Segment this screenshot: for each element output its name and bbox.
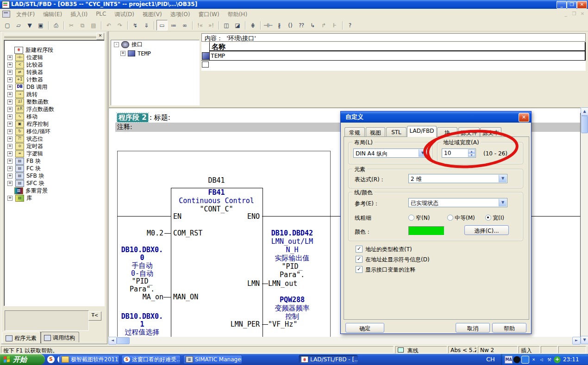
expand-toggle[interactable]: + <box>7 92 13 97</box>
menu-window[interactable]: 窗口(W) <box>194 9 223 19</box>
expand-toggle[interactable]: + <box>7 129 13 134</box>
tree-item-status-bits[interactable]: + ?! 状态位 <box>4 135 104 142</box>
spinner-buttons[interactable]: ▲ ▼ <box>468 149 475 157</box>
operand-address[interactable]: 0 <box>119 254 165 261</box>
network-title[interactable]: : 标题: <box>150 113 170 122</box>
tree-item-timers[interactable]: + ⊙ 定时器 <box>4 142 104 150</box>
menu-debug[interactable]: 调试(D) <box>110 9 138 19</box>
instance-db-label[interactable]: DB41 <box>171 177 262 184</box>
tab-call-structure[interactable]: 调用结构 <box>41 332 79 342</box>
tab-ladfbd[interactable]: LAD/FBD <box>407 126 437 137</box>
expand-toggle[interactable]: + <box>7 151 13 156</box>
checkbox-type-check[interactable]: ✓ <box>356 246 363 253</box>
expand-toggle[interactable]: + <box>7 107 13 112</box>
spin-down-icon[interactable]: ▼ <box>468 153 475 157</box>
radio-narrow[interactable] <box>408 215 414 221</box>
tree-item-libraries[interactable]: + ▤ 库 <box>4 194 104 202</box>
operand-address[interactable]: DB10.DBX0. <box>119 246 165 254</box>
pin-man-on[interactable]: MAN_ON <box>173 293 198 301</box>
new-network-icon[interactable]: ⋕ <box>248 20 258 30</box>
tree-item-sfb-blocks[interactable]: + ▤ SFB 块 <box>4 172 104 179</box>
cancel-button[interactable]: 取消 <box>456 323 490 333</box>
tree-item-shift-rotate[interactable]: + ↻ 移位/循环 <box>4 128 104 135</box>
next-network-icon[interactable]: »! <box>206 20 216 30</box>
ok-button[interactable]: 确定 <box>345 323 384 333</box>
operand-com-rst[interactable]: M0.2 <box>130 229 163 237</box>
menu-file[interactable]: 文件(F) <box>12 9 39 19</box>
tree-item-move[interactable]: + ∿ 移动 <box>4 113 104 120</box>
tools-icon[interactable]: ⚒ <box>546 356 553 363</box>
tree-item-fc-blocks[interactable]: + ▤ FC 块 <box>4 165 104 172</box>
expand-toggle[interactable]: + <box>7 122 13 127</box>
contact-nc-icon[interactable]: ∦ <box>274 20 284 30</box>
expand-toggle[interactable]: + <box>7 136 13 142</box>
undo-icon[interactable]: ↶ <box>104 20 114 30</box>
monitor-icon[interactable]: ∞ <box>180 20 190 30</box>
tree-item-jump[interactable]: + → 跳转 <box>4 91 104 98</box>
overview-window-icon[interactable]: ◫ <box>221 20 231 30</box>
help-button[interactable]: 帮助 <box>492 323 526 333</box>
print-icon[interactable]: ⎙ <box>51 20 61 30</box>
license-manager-icon[interactable]: MA <box>505 356 513 364</box>
tree-item-word-logic[interactable]: + ≡ 字逻辑 <box>4 150 104 157</box>
empty-box-icon[interactable]: ⁇ <box>296 20 307 30</box>
tree-item-multi-instance[interactable]: ▥ 多重背景 <box>4 187 104 194</box>
tab-program-elements[interactable]: 程序元素 <box>2 332 41 343</box>
tab-source-files[interactable]: 源文件 <box>458 127 480 136</box>
scroll-up-icon[interactable]: ▲ <box>581 107 588 116</box>
pin-lmn-per[interactable]: LMN_PER <box>213 321 260 328</box>
vertical-scrollbar[interactable]: ▲ ▼ <box>581 107 588 344</box>
network-number-badge[interactable]: 程序段 2 <box>117 113 148 122</box>
contact-no-icon[interactable]: ⊣⊢ <box>263 20 273 30</box>
tab-block[interactable]: 块 <box>437 127 457 136</box>
redo-icon[interactable]: ↷ <box>115 20 125 30</box>
dialog-title-bar[interactable]: 自定义 <box>341 111 531 123</box>
taskbar-item-browser[interactable]: S 这窗口看的好难受... <box>121 355 181 364</box>
hscroll-thumb[interactable] <box>117 337 130 344</box>
save-icon[interactable]: ▣ <box>36 20 46 30</box>
download-icon[interactable]: ⇓ <box>141 20 151 30</box>
dropdown-arrow-icon[interactable]: ▼ <box>499 199 507 206</box>
collapse-toggle[interactable]: - <box>114 42 119 47</box>
tree-item-sfc-blocks[interactable]: + ▤ SFC 块 <box>4 179 104 187</box>
tree-item-new-network[interactable]: ⋕ 新建程序段 <box>4 46 104 54</box>
expression-select[interactable]: 2 维 ▼ <box>408 174 507 183</box>
choose-color-button[interactable]: 选择(C)... <box>464 225 509 235</box>
vscroll-thumb[interactable] <box>581 116 588 133</box>
tree-item-program-control[interactable]: + ▣ 程序控制 <box>4 120 104 128</box>
open-icon[interactable]: ▱ <box>13 20 24 30</box>
dialog-close-icon[interactable]: ✕ <box>519 113 529 122</box>
mdi-child-icon[interactable] <box>2 11 10 18</box>
tree-item-integer-math[interactable]: + ±I 整数函数 <box>4 98 104 105</box>
operand-address[interactable]: 1 <box>119 321 165 328</box>
new-variable-row-icon[interactable] <box>202 62 209 68</box>
operand-symbol[interactable]: MA_on <box>130 293 163 301</box>
address-width-spinner[interactable]: 10 ▲ ▼ <box>442 148 476 158</box>
scroll-down-icon[interactable]: ▼ <box>581 336 588 344</box>
expand-toggle[interactable]: + <box>7 77 13 82</box>
operand-address[interactable]: DB10.DBD42 <box>268 229 316 237</box>
dropdown-arrow-icon[interactable]: ▼ <box>419 149 426 157</box>
expand-toggle[interactable]: + <box>120 51 125 56</box>
checkbox-interface-comments[interactable]: ✓ <box>356 266 363 273</box>
language-indicator[interactable]: CH <box>486 356 495 363</box>
operand-address[interactable]: DB10.DBX0. <box>119 313 165 320</box>
pin-eno[interactable]: ENO <box>213 213 260 220</box>
expand-toggle[interactable]: + <box>7 181 13 186</box>
panel-close-icon[interactable]: ✕ <box>96 33 104 40</box>
expand-toggle[interactable]: + <box>7 173 13 179</box>
tree-item-bit-logic[interactable]: + ⊣⊢ 位逻辑 <box>4 54 104 61</box>
help-cursor-icon[interactable]: ? <box>345 20 355 30</box>
volume-muted-icon[interactable]: ✕ <box>530 356 537 363</box>
symbol-information-icon[interactable]: ≔ <box>169 20 179 30</box>
open-branch-icon[interactable]: ↳ <box>307 20 318 30</box>
interface-root[interactable]: - 接口 <box>111 40 199 49</box>
tab-source-text[interactable]: 源文本 <box>480 127 501 136</box>
insert-element-button[interactable]: Ŧ< <box>88 311 101 321</box>
tree-item-converter[interactable]: + ⇄ 转换器 <box>4 68 104 76</box>
menu-help[interactable]: 帮助(H) <box>224 9 251 19</box>
cut-icon[interactable]: ✂ <box>66 20 76 30</box>
tree-item-db-call[interactable]: + DB DB 调用 <box>4 83 104 91</box>
updates-icon[interactable]: + <box>554 356 561 363</box>
tab-stl[interactable]: STL <box>386 127 407 136</box>
